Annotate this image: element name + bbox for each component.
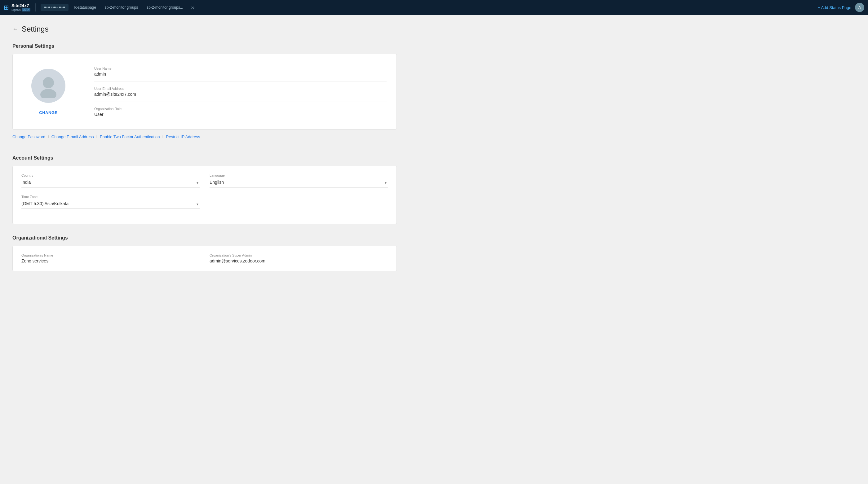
personal-settings-section: Personal Settings CHANGE User Name admin xyxy=(12,43,397,144)
super-admin-value: admin@services.zodoor.com xyxy=(210,258,388,263)
restrict-ip-link[interactable]: Restrict IP Address xyxy=(166,134,200,139)
timezone-spacer xyxy=(210,195,388,209)
org-name-value: Zoho services xyxy=(21,258,199,263)
language-label: Language xyxy=(210,173,388,177)
top-navigation: ⊞ Site24x7 Signals BETA ••••• ••••• ••••… xyxy=(0,0,868,15)
timezone-label: Time Zone xyxy=(21,195,199,199)
change-email-link[interactable]: Change E-mail Address xyxy=(52,134,94,139)
separator-1: I xyxy=(48,134,49,139)
timezone-arrow-icon: ▾ xyxy=(196,202,198,206)
tab-sp-2-monitor-2[interactable]: sp-2-monitor groups... xyxy=(144,4,186,11)
brand-sub: Signals BETA xyxy=(11,8,30,11)
logo[interactable]: ⊞ Site24x7 Signals BETA xyxy=(4,3,36,11)
personal-settings-card: CHANGE User Name admin User Email Addres… xyxy=(12,54,397,130)
org-settings-card: Organization's Name Zoho services Organi… xyxy=(12,246,397,271)
avatar-section: CHANGE xyxy=(13,54,84,129)
email-label: User Email Address xyxy=(94,87,386,91)
super-admin-label: Organization's Super Admin xyxy=(210,254,388,257)
org-settings-section: Organizational Settings Organization's N… xyxy=(12,235,397,271)
brand-name: Site24x7 xyxy=(11,3,30,8)
username-field: User Name admin xyxy=(94,62,386,82)
add-status-page-button[interactable]: + Add Status Page xyxy=(818,5,851,10)
svg-point-1 xyxy=(40,89,56,98)
more-tabs-button[interactable]: ›› xyxy=(189,3,197,11)
account-settings-card: Country India ▾ Language English ▾ Tim xyxy=(12,166,397,224)
country-field: Country India ▾ xyxy=(21,173,199,188)
language-arrow-icon: ▾ xyxy=(385,181,386,185)
enable-2fa-link[interactable]: Enable Two Factor Authentication xyxy=(100,134,160,139)
timezone-value: (GMT 5:30) Asia/Kolkata xyxy=(21,200,199,207)
change-avatar-link[interactable]: CHANGE xyxy=(39,110,57,115)
country-label: Country xyxy=(21,173,199,177)
country-select[interactable]: India ▾ xyxy=(21,179,199,188)
beta-badge: BETA xyxy=(22,8,30,11)
username-value: admin xyxy=(94,72,386,76)
personal-settings-title: Personal Settings xyxy=(12,43,397,49)
language-field: Language English ▾ xyxy=(210,173,388,188)
super-admin-field: Organization's Super Admin admin@service… xyxy=(210,254,388,263)
country-arrow-icon: ▾ xyxy=(196,181,198,185)
avatar-svg xyxy=(36,73,61,98)
separator-2: I xyxy=(96,134,97,139)
org-settings-title: Organizational Settings xyxy=(12,235,397,241)
action-links: Change Password I Change E-mail Address … xyxy=(12,130,397,144)
user-avatar[interactable]: A xyxy=(855,3,864,12)
role-value: User xyxy=(94,112,386,117)
svg-point-0 xyxy=(43,77,54,88)
tab-sp-2-monitor[interactable]: sp-2-monitor groups xyxy=(102,4,141,11)
back-button[interactable]: ← xyxy=(12,26,18,33)
user-details: User Name admin User Email Address admin… xyxy=(84,54,397,129)
change-password-link[interactable]: Change Password xyxy=(12,134,45,139)
grid-icon: ⊞ xyxy=(4,4,9,11)
email-field: User Email Address admin@site24x7.com xyxy=(94,82,386,102)
role-field: Organization Role User xyxy=(94,102,386,122)
org-details-row: Organization's Name Zoho services Organi… xyxy=(21,254,388,263)
language-value: English xyxy=(210,179,388,186)
tab-lk-statuspage[interactable]: lk-statuspage xyxy=(71,4,99,11)
separator-3: I xyxy=(162,134,164,139)
country-language-row: Country India ▾ Language English ▾ xyxy=(21,173,388,188)
timezone-row: Time Zone (GMT 5:30) Asia/Kolkata ▾ xyxy=(21,195,388,209)
role-label: Organization Role xyxy=(94,107,386,110)
timezone-field: Time Zone (GMT 5:30) Asia/Kolkata ▾ xyxy=(21,195,199,209)
country-value: India xyxy=(21,179,199,186)
page-header: ← Settings xyxy=(12,25,397,33)
org-name-label: Organization's Name xyxy=(21,254,199,257)
org-name-field: Organization's Name Zoho services xyxy=(21,254,199,263)
username-label: User Name xyxy=(94,67,386,70)
avatar-image xyxy=(31,69,65,103)
account-settings-section: Account Settings Country India ▾ Languag… xyxy=(12,155,397,224)
timezone-select[interactable]: (GMT 5:30) Asia/Kolkata ▾ xyxy=(21,200,199,209)
email-value: admin@site24x7.com xyxy=(94,92,386,97)
account-selector[interactable]: ••••• ••••• ••••• xyxy=(41,4,68,11)
account-settings-title: Account Settings xyxy=(12,155,397,161)
page-title: Settings xyxy=(22,25,49,33)
language-select[interactable]: English ▾ xyxy=(210,179,388,188)
